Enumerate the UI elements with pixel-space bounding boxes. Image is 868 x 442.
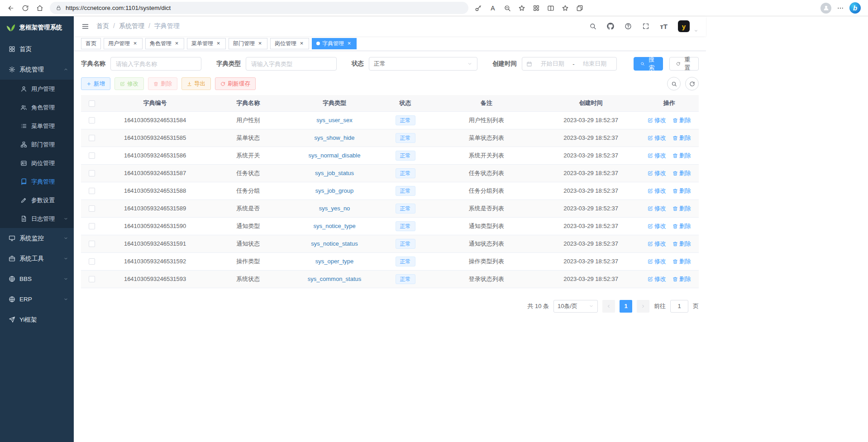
row-edit-button[interactable]: 修改 (648, 187, 666, 195)
close-icon[interactable]: × (346, 41, 352, 47)
favorite-add-icon[interactable] (515, 2, 529, 14)
app-logo[interactable]: 意框架管理系统 (0, 16, 74, 39)
dict-type-link[interactable]: sys_common_status (308, 276, 362, 282)
row-delete-button[interactable]: 删除 (672, 152, 691, 160)
row-edit-button[interactable]: 修改 (648, 116, 666, 124)
row-delete-button[interactable]: 删除 (672, 240, 691, 248)
bing-copilot-icon[interactable]: b (849, 2, 861, 14)
help-icon[interactable] (625, 23, 632, 30)
dict-type-link[interactable]: sys_show_hide (315, 134, 355, 141)
current-page-button[interactable]: 1 (620, 300, 632, 313)
row-delete-button[interactable]: 删除 (672, 222, 691, 230)
row-delete-button[interactable]: 删除 (672, 134, 691, 142)
row-delete-button[interactable]: 删除 (672, 204, 691, 213)
refresh-cache-button[interactable]: 刷新缓存 (215, 77, 256, 90)
dict-type-link[interactable]: sys_normal_disable (309, 152, 361, 159)
close-icon[interactable]: × (132, 41, 138, 47)
split-screen-icon[interactable] (544, 2, 558, 14)
sidebar-item-user-management[interactable]: 用户管理 (0, 80, 74, 98)
row-edit-button[interactable]: 修改 (648, 257, 666, 266)
select-all-checkbox[interactable] (89, 100, 95, 107)
row-edit-button[interactable]: 修改 (648, 275, 666, 283)
row-edit-button[interactable]: 修改 (648, 134, 666, 142)
sidebar-item-menu-management[interactable]: 菜单管理 (0, 117, 74, 135)
user-brand-logo[interactable]: y (678, 20, 690, 32)
edit-button[interactable]: 修改 (114, 77, 144, 90)
sidebar-item-system-tools[interactable]: 系统工具 (0, 248, 74, 269)
next-page-button[interactable] (637, 300, 649, 313)
row-edit-button[interactable]: 修改 (648, 152, 666, 160)
header-search-icon[interactable] (589, 23, 596, 30)
sidebar-item-role-management[interactable]: 角色管理 (0, 98, 74, 117)
row-checkbox[interactable] (89, 117, 95, 124)
status-select[interactable]: 正常 (369, 57, 477, 71)
close-icon[interactable]: × (174, 41, 180, 47)
row-edit-button[interactable]: 修改 (648, 204, 666, 213)
read-aloud-icon[interactable]: A (486, 2, 500, 14)
row-delete-button[interactable]: 删除 (672, 116, 691, 124)
sidebar-item-dept-management[interactable]: 部门管理 (0, 135, 74, 154)
password-key-icon[interactable] (471, 2, 486, 14)
sidebar-item-param-settings[interactable]: 参数设置 (0, 191, 74, 209)
row-edit-button[interactable]: 修改 (648, 222, 666, 230)
browser-back-icon[interactable] (4, 2, 18, 14)
prev-page-button[interactable] (602, 300, 615, 313)
row-edit-button[interactable]: 修改 (648, 240, 666, 248)
fullscreen-icon[interactable] (642, 23, 649, 30)
dict-type-link[interactable]: sys_job_status (315, 170, 354, 176)
breadcrumb-item[interactable]: 系统管理 (109, 22, 144, 30)
row-checkbox[interactable] (89, 152, 95, 159)
tab-dict[interactable]: 字典管理× (312, 38, 357, 49)
row-checkbox[interactable] (89, 170, 95, 176)
dict-type-link[interactable]: sys_user_sex (316, 117, 352, 124)
row-checkbox[interactable] (89, 135, 95, 141)
profile-avatar[interactable] (819, 2, 833, 14)
address-bar[interactable]: https://ccnetcore.com:1101/system/dict (50, 2, 468, 14)
dict-type-link[interactable]: sys_oper_type (315, 258, 354, 265)
browser-menu-icon[interactable] (833, 2, 848, 14)
sidebar-item-dict-management[interactable]: 字典管理 (0, 172, 74, 191)
sidebar-item-post-management[interactable]: 岗位管理 (0, 154, 74, 172)
toggle-search-button[interactable] (667, 77, 681, 90)
close-icon[interactable]: × (215, 41, 221, 47)
sidebar-item-home[interactable]: 首页 (0, 39, 74, 59)
tab-menu[interactable]: 菜单管理× (187, 38, 226, 49)
dict-type-link[interactable]: sys_notice_type (313, 223, 355, 229)
tab-user[interactable]: 用户管理× (104, 38, 143, 49)
dict-type-input[interactable] (246, 57, 337, 71)
extensions-icon[interactable] (529, 2, 544, 14)
font-size-icon[interactable]: тT (660, 23, 668, 30)
row-checkbox[interactable] (89, 188, 95, 194)
sidebar-item-bbs[interactable]: BBS (0, 269, 74, 289)
export-button[interactable]: 导出 (181, 77, 211, 90)
sidebar-toggle-icon[interactable] (81, 23, 89, 30)
sidebar-item-erp[interactable]: ERP (0, 289, 74, 309)
row-delete-button[interactable]: 删除 (672, 275, 691, 283)
sidebar-item-log-management[interactable]: 日志管理 (0, 209, 74, 228)
favorites-icon[interactable] (558, 2, 572, 14)
close-icon[interactable]: × (299, 41, 305, 47)
tab-role[interactable]: 角色管理× (145, 38, 184, 49)
sidebar-item-system-management[interactable]: 系统管理 (0, 59, 74, 80)
breadcrumb-item[interactable]: 首页 (96, 22, 109, 30)
row-checkbox[interactable] (89, 205, 95, 212)
github-icon[interactable] (607, 23, 614, 30)
search-button[interactable]: 搜索 (634, 57, 663, 71)
close-icon[interactable]: × (257, 41, 263, 47)
row-checkbox[interactable] (89, 276, 95, 282)
browser-refresh-icon[interactable] (18, 2, 33, 14)
refresh-table-button[interactable] (685, 77, 699, 90)
tab-post[interactable]: 岗位管理× (270, 38, 309, 49)
row-checkbox[interactable] (89, 258, 95, 265)
browser-home-icon[interactable] (33, 2, 47, 14)
row-edit-button[interactable]: 修改 (648, 169, 666, 177)
goto-page-input[interactable] (670, 300, 688, 313)
row-delete-button[interactable]: 删除 (672, 257, 691, 266)
row-checkbox[interactable] (89, 241, 95, 247)
date-range-picker[interactable]: 开始日期 - 结束日期 (522, 57, 617, 71)
reset-button[interactable]: 重置 (669, 57, 699, 71)
page-size-select[interactable]: 10条/页 (553, 300, 598, 313)
collections-icon[interactable] (572, 2, 587, 14)
delete-button[interactable]: 删除 (148, 77, 177, 90)
add-button[interactable]: 新增 (81, 77, 110, 90)
